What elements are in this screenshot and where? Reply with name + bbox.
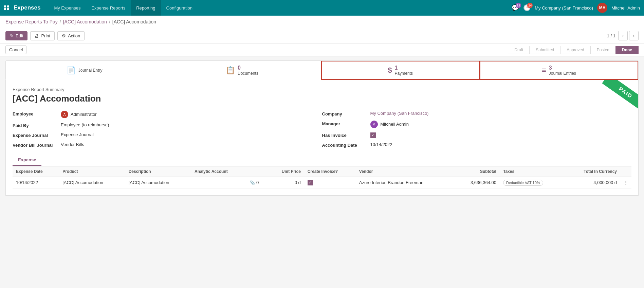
- table-header-row: Expense Date Product Description Analyti…: [13, 166, 631, 177]
- expense-journal-label: Expense Journal: [13, 132, 57, 138]
- breadcrumb-expense-reports[interactable]: Expense Reports To Pay: [5, 19, 58, 24]
- col-description: Description: [125, 166, 191, 177]
- page-info: 1 / 1: [607, 33, 615, 38]
- col-total: Total In Currency: [565, 166, 620, 177]
- toolbar: ✎ Edit 🖨 Print ⚙ Action 1 / 1 ‹ ›: [0, 28, 644, 43]
- app-title: Expenses: [14, 4, 40, 11]
- col-create-invoice: Create Invoice?: [304, 166, 356, 177]
- col-vendor: Vendor: [356, 166, 455, 177]
- manager-name: Mitchell Admin: [380, 122, 409, 127]
- status-approved: Approved: [560, 46, 590, 54]
- breadcrumb-sep-2: /: [109, 19, 110, 24]
- col-product: Product: [59, 166, 125, 177]
- prev-button[interactable]: ‹: [618, 31, 628, 40]
- col-options: [620, 166, 631, 177]
- accounting-date-label: Accounting Date: [322, 142, 366, 148]
- cell-vendor: Azure Interior, Brandon Freeman: [356, 177, 455, 188]
- accounting-date-field: Accounting Date 10/14/2022: [322, 142, 618, 148]
- toolbar-right: 1 / 1 ‹ ›: [607, 31, 639, 40]
- main-content: PAID Expense Report Summary [ACC] Accomo…: [5, 80, 639, 196]
- journal-entry-button[interactable]: 📄 Journal Entry: [6, 61, 163, 80]
- cell-options: ⋮: [620, 177, 631, 188]
- vendor-bill-label: Vendor Bill Journal: [13, 142, 57, 148]
- nav-configuration[interactable]: Configuration: [161, 0, 198, 16]
- vat-badge: Deductible VAT 10%: [503, 180, 543, 186]
- create-invoice-checkbox[interactable]: ✓: [308, 180, 313, 185]
- cell-subtotal: 3,636,364.00: [455, 177, 500, 188]
- employee-label: Employee: [13, 111, 57, 116]
- payments-button[interactable]: $ 1 Payments: [321, 61, 480, 80]
- document-icon: 📄: [67, 66, 76, 75]
- accounting-date-value: 10/14/2022: [370, 142, 392, 147]
- table-row: 10/14/2022 [ACC] Accomodation [ACC] Acco…: [13, 177, 631, 188]
- print-button[interactable]: 🖨 Print: [30, 31, 55, 40]
- col-unit-price: Unit Price: [268, 166, 304, 177]
- has-invoice-value: ✓: [370, 132, 376, 138]
- attachment-count: 0: [256, 180, 259, 185]
- payments-label: Payments: [395, 71, 413, 76]
- manager-avatar: M: [370, 121, 378, 128]
- breadcrumb-acc-accomodation[interactable]: [ACC] Accomodation: [63, 19, 107, 24]
- expense-table: Expense Date Product Description Analyti…: [13, 166, 631, 188]
- employee-avatar: A: [61, 111, 68, 118]
- gear-icon: ⚙: [62, 33, 66, 38]
- navbar-right: 💬 11 🕐 14 My Company (San Francisco) MA …: [512, 3, 640, 13]
- tab-expense[interactable]: Expense: [13, 155, 41, 166]
- messages-button[interactable]: 💬 11: [512, 4, 519, 12]
- documents-count: 0: [238, 65, 258, 71]
- next-button[interactable]: ›: [629, 31, 639, 40]
- cell-create-invoice: ✓: [304, 177, 356, 188]
- right-fields: Company My Company (San Francisco) Manag…: [322, 111, 632, 148]
- manager-value: M Mitchell Admin: [370, 121, 409, 128]
- cell-product: [ACC] Accomodation: [59, 177, 125, 188]
- col-date: Expense Date: [13, 166, 59, 177]
- employee-value: A Administrator: [61, 111, 96, 118]
- status-submitted: Submitted: [529, 46, 560, 54]
- has-invoice-label: Has Invoice: [322, 132, 366, 138]
- list-icon: ≡: [542, 66, 546, 75]
- company-value[interactable]: My Company (San Francisco): [370, 111, 429, 116]
- nav-links: My Expenses Expense Reports Reporting Co…: [49, 0, 198, 16]
- journal-entries-button[interactable]: ≡ 3 Journal Entries: [480, 61, 638, 80]
- vendor-bill-value: Vendor Bills: [61, 142, 84, 147]
- nav-expense-reports[interactable]: Expense Reports: [86, 0, 131, 16]
- action-label: Action: [68, 33, 80, 38]
- cell-taxes: Deductible VAT 10%: [500, 177, 565, 188]
- status-draft: Draft: [508, 46, 530, 54]
- left-fields: Employee A Administrator Paid By Employe…: [13, 111, 322, 148]
- paid-by-field: Paid By Employee (to reimburse): [13, 122, 309, 128]
- expense-journal-value: Expense Journal: [61, 132, 94, 137]
- has-invoice-field: Has Invoice ✓: [322, 132, 618, 138]
- nav-my-expenses[interactable]: My Expenses: [49, 0, 86, 16]
- documents-label: Documents: [238, 71, 258, 76]
- documents-icon: 📋: [226, 66, 235, 75]
- vendor-bill-journal-field: Vendor Bill Journal Vendor Bills: [13, 142, 309, 148]
- edit-label: Edit: [16, 33, 23, 38]
- company-name: My Company (San Francisco): [535, 5, 593, 11]
- breadcrumb-current: [ACC] Accomodation: [112, 19, 156, 24]
- navbar: Expenses My Expenses Expense Reports Rep…: [0, 0, 644, 16]
- manager-field: Manager M Mitchell Admin: [322, 121, 618, 128]
- has-invoice-checkbox[interactable]: ✓: [370, 132, 376, 138]
- status-done: Done: [615, 46, 639, 54]
- grid-icon[interactable]: [4, 5, 10, 10]
- notifications-badge: 14: [527, 3, 533, 8]
- print-label: Print: [41, 33, 50, 38]
- manager-label: Manager: [322, 121, 366, 126]
- nav-reporting[interactable]: Reporting: [131, 0, 161, 16]
- col-analytic: Analytic Account: [191, 166, 246, 177]
- notifications-button[interactable]: 🕐 14: [523, 4, 531, 12]
- status-posted: Posted: [590, 46, 616, 54]
- expense-journal-field: Expense Journal Expense Journal: [13, 132, 309, 138]
- col-attach: [246, 166, 268, 177]
- user-name: Mitchell Admin: [611, 5, 640, 11]
- cell-analytic: [191, 177, 246, 188]
- edit-button[interactable]: ✎ Edit: [5, 31, 27, 40]
- form-fields: Employee A Administrator Paid By Employe…: [13, 111, 631, 148]
- report-label: Expense Report Summary: [13, 87, 631, 92]
- documents-button[interactable]: 📋 0 Documents: [163, 61, 321, 80]
- action-button[interactable]: ⚙ Action: [57, 31, 85, 40]
- journal-entries-label: Journal Entries: [549, 71, 576, 76]
- cancel-button[interactable]: Cancel: [5, 46, 26, 54]
- tabs: Expense: [13, 155, 631, 166]
